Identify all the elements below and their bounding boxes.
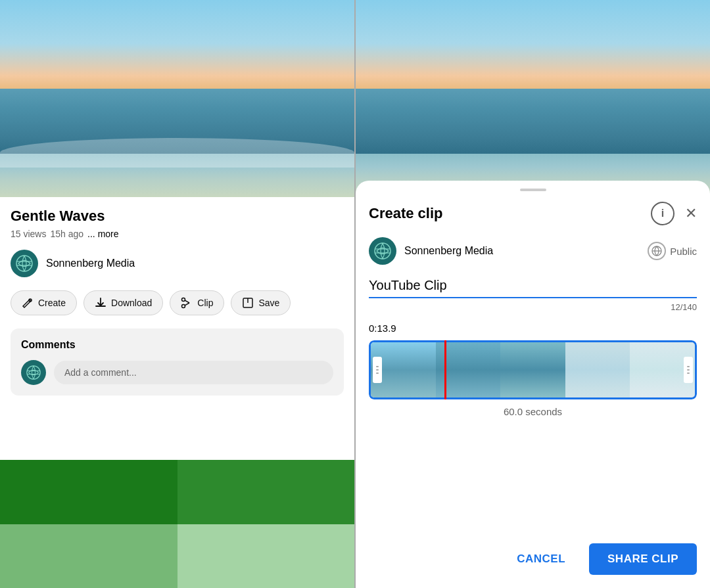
globe-icon — [648, 242, 666, 260]
comment-user-avatar — [21, 360, 46, 385]
handle-line — [687, 373, 690, 374]
save-button[interactable]: Save — [231, 290, 291, 315]
timeline-container[interactable] — [369, 340, 697, 399]
svg-point-5 — [182, 305, 185, 308]
share-clip-button[interactable]: SHARE CLIP — [589, 543, 697, 575]
timeline-segment-3 — [500, 342, 565, 397]
visibility-badge[interactable]: Public — [648, 242, 697, 260]
comments-title: Comments — [21, 339, 333, 351]
sheet-drag-handle[interactable] — [520, 189, 546, 191]
action-buttons-row: Create Download Clip — [11, 290, 344, 315]
comment-input-row: Add a comment... — [21, 360, 333, 385]
timeline-left-handle[interactable] — [373, 357, 382, 383]
create-label: Create — [38, 298, 66, 308]
creator-avatar[interactable] — [369, 237, 396, 265]
comment-input-field[interactable]: Add a comment... — [54, 361, 333, 384]
close-button[interactable]: ✕ — [685, 206, 697, 221]
handle-line — [376, 369, 379, 371]
sheet-title: Create clip — [369, 205, 443, 222]
playhead — [444, 340, 446, 399]
right-handle-lines — [687, 366, 690, 374]
green-block-4 — [178, 524, 355, 589]
green-block-2 — [178, 460, 355, 524]
channel-row: Sonnenberg Media — [11, 250, 344, 277]
left-bottom-grid — [0, 460, 354, 588]
handle-line — [376, 366, 379, 367]
time-ago: 15h ago — [50, 229, 83, 239]
sheet-header: Create clip i ✕ — [369, 202, 697, 225]
timeline-segment-4 — [565, 342, 630, 397]
clip-icon — [181, 297, 193, 309]
svg-line-7 — [185, 303, 189, 305]
left-handle-lines — [376, 366, 379, 374]
right-video-thumbnail[interactable] — [356, 0, 710, 197]
green-block-1 — [0, 460, 178, 524]
right-panel: Create clip i ✕ Sonnenberg — [356, 0, 710, 588]
download-button[interactable]: Download — [83, 290, 163, 315]
svg-point-4 — [182, 298, 185, 302]
info-button[interactable]: i — [651, 202, 674, 225]
more-link[interactable]: ... more — [87, 229, 118, 239]
clip-name-input[interactable] — [369, 278, 697, 298]
creator-left: Sonnenberg Media — [369, 237, 493, 265]
left-video-thumbnail[interactable] — [0, 0, 354, 197]
channel-name: Sonnenberg Media — [46, 258, 135, 269]
duration-label: 60.0 seconds — [369, 406, 697, 417]
timestamp-label: 0:13.9 — [369, 323, 697, 334]
header-icons: i ✕ — [651, 202, 697, 225]
save-icon — [242, 297, 254, 309]
download-icon — [95, 297, 106, 309]
create-icon — [22, 297, 34, 309]
channel-avatar[interactable] — [11, 250, 38, 277]
char-count: 12/140 — [369, 302, 697, 312]
clip-label: Clip — [197, 298, 213, 308]
cancel-button[interactable]: CANCEL — [506, 545, 576, 574]
create-clip-sheet: Create clip i ✕ Sonnenberg — [356, 181, 710, 588]
download-label: Download — [111, 298, 152, 308]
save-label: Save — [258, 298, 279, 308]
clip-button[interactable]: Clip — [170, 290, 224, 315]
svg-line-6 — [185, 300, 189, 303]
globe-svg — [651, 245, 663, 257]
comment-avatar-icon — [26, 365, 41, 380]
handle-line — [687, 369, 690, 371]
sheet-footer: CANCEL SHARE CLIP — [369, 537, 697, 575]
timeline-right-handle[interactable] — [684, 357, 693, 383]
handle-line — [687, 366, 690, 367]
green-block-3 — [0, 524, 178, 589]
comments-section: Comments Add a comment... — [11, 328, 344, 396]
creator-avatar-icon — [374, 242, 391, 260]
view-count: 15 views — [11, 229, 46, 239]
video-title: Gentle Waves — [11, 208, 344, 225]
timeline-track — [369, 340, 697, 399]
visibility-label: Public — [670, 246, 697, 257]
handle-line — [376, 373, 379, 374]
creator-row: Sonnenberg Media Public — [369, 237, 697, 265]
creator-name: Sonnenberg Media — [404, 245, 493, 257]
create-button[interactable]: Create — [11, 290, 77, 315]
video-meta: 15 views 15h ago ... more — [11, 229, 344, 239]
left-panel: Gentle Waves 15 views 15h ago ... more S… — [0, 0, 354, 588]
